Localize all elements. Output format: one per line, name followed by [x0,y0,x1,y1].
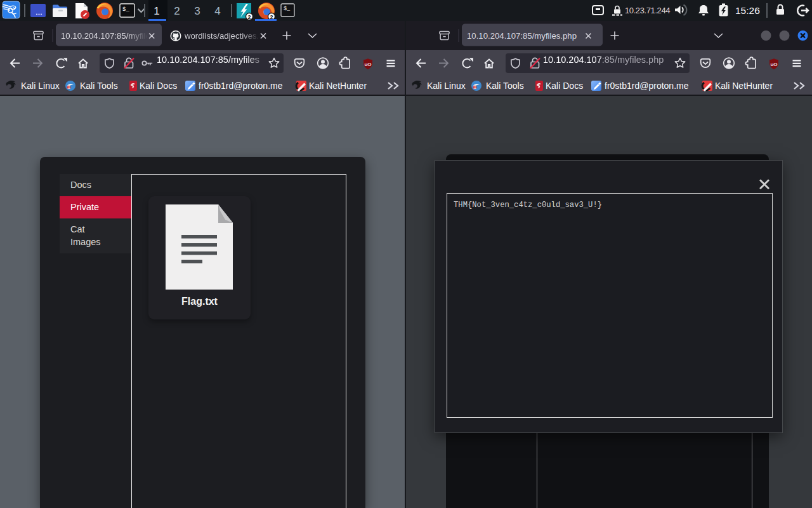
svg-text:3: 3 [194,5,200,17]
svg-text:2: 2 [247,14,251,20]
svg-text:$_: $_ [284,6,291,12]
svg-text:10.23.71.244: 10.23.71.244 [625,6,670,15]
svg-text:11: 11 [473,86,476,90]
svg-text:15:26: 15:26 [735,5,760,16]
svg-text:11: 11 [67,86,70,90]
svg-text:uO: uO [364,62,371,67]
svg-text:$_: $_ [122,6,129,13]
svg-text:1: 1 [154,5,159,17]
svg-text:2: 2 [174,5,180,17]
svg-text:4: 4 [214,5,220,17]
svg-text:uO: uO [770,62,777,67]
